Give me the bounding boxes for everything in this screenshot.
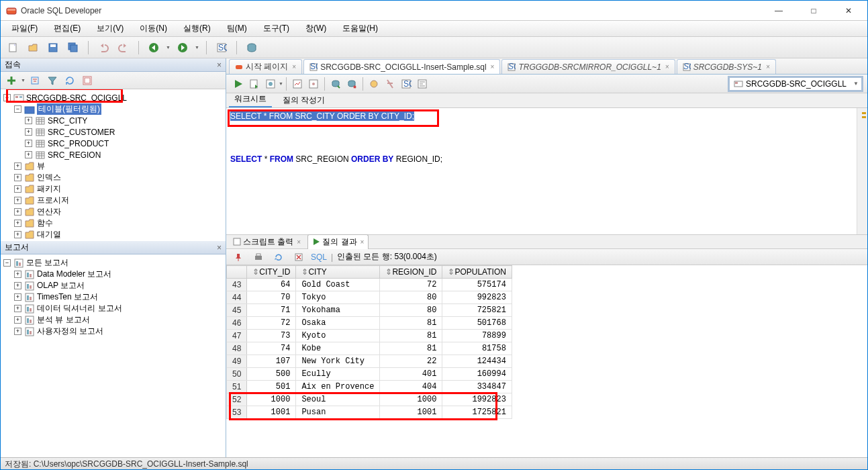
city-cell[interactable]: Aix en Provence: [296, 381, 380, 393]
close-icon[interactable]: ×: [665, 63, 669, 70]
close-icon[interactable]: ×: [766, 63, 770, 70]
result-tab-script[interactable]: 스크립트 출력 ×: [229, 235, 305, 249]
expand-icon[interactable]: −: [3, 259, 11, 267]
nav-fwd-icon[interactable]: [175, 40, 191, 56]
expand-icon[interactable]: +: [14, 197, 21, 204]
run-script-icon[interactable]: [246, 76, 262, 92]
editor-scrollbar[interactable]: [857, 108, 867, 234]
table-row[interactable]: 49107New York City22124434: [227, 355, 512, 368]
editor-tab[interactable]: SQLTRGGGDB-SRCMIRROR_OCIGGLL~1×: [501, 59, 675, 74]
editor-tab[interactable]: SQLSRCGGDB-SYS~1×: [677, 59, 776, 74]
regionid-cell[interactable]: 81: [380, 317, 442, 330]
menu-window[interactable]: 창(W): [299, 21, 333, 36]
menu-tools[interactable]: 도구(T): [256, 21, 296, 36]
nav-back-dropdown[interactable]: ▼: [166, 45, 171, 50]
cityid-cell[interactable]: 73: [247, 330, 296, 342]
table-row[interactable]: 4571Yokohama80725821: [227, 304, 512, 317]
results-grid[interactable]: ⇕CITY_ID ⇕CITY ⇕REGION_ID ⇕POPULATION 43…: [226, 265, 867, 457]
menu-team[interactable]: 팀(M): [220, 21, 254, 36]
regionid-cell[interactable]: 72: [380, 279, 442, 291]
table-row[interactable]: 4364Gold Coast72575174: [227, 279, 512, 291]
clear-icon[interactable]: [382, 76, 398, 92]
rownum-header[interactable]: [227, 266, 247, 279]
history-icon[interactable]: SQL: [398, 76, 414, 92]
menu-help[interactable]: 도움말(H): [336, 21, 385, 36]
report-item[interactable]: +OLAP 보고서: [2, 280, 224, 291]
print-icon[interactable]: [250, 249, 267, 265]
refresh-icon[interactable]: [62, 73, 78, 89]
expand-icon[interactable]: +: [14, 185, 21, 193]
close-icon[interactable]: ×: [292, 63, 296, 70]
new-icon[interactable]: [5, 40, 21, 56]
table-row[interactable]: 50500Ecully401160994: [227, 368, 512, 381]
col-city[interactable]: ⇕CITY: [296, 266, 380, 279]
nav-back-icon[interactable]: [146, 40, 162, 56]
population-cell[interactable]: 78899: [442, 330, 512, 342]
tree-folder[interactable]: +대기열 테이블: [2, 240, 224, 241]
tree-tables-folder[interactable]: − 테이블(필터링됨): [2, 103, 224, 115]
filter-icon[interactable]: [27, 73, 43, 89]
cityid-cell[interactable]: 501: [247, 381, 296, 393]
cityid-cell[interactable]: 71: [247, 304, 296, 317]
expand-icon[interactable]: [79, 73, 95, 89]
menu-run[interactable]: 실행(R): [177, 21, 218, 36]
report-item[interactable]: −모든 보고서: [2, 257, 224, 269]
col-city-id[interactable]: ⇕CITY_ID: [247, 266, 296, 279]
tree-folder[interactable]: +프로시저: [2, 195, 224, 206]
city-cell[interactable]: Ecully: [296, 368, 380, 381]
expand-icon[interactable]: +: [14, 231, 21, 238]
population-cell[interactable]: 992823: [442, 291, 512, 304]
city-cell[interactable]: Kyoto: [296, 330, 380, 342]
tree-folder[interactable]: +연산자: [2, 206, 224, 218]
expand-icon[interactable]: +: [14, 271, 21, 278]
table-row[interactable]: 531001Pusan10011725821: [227, 406, 512, 419]
table-row[interactable]: 4470Tokyo80992823: [227, 291, 512, 304]
cityid-cell[interactable]: 74: [247, 342, 296, 355]
regionid-cell[interactable]: 22: [380, 355, 442, 368]
population-cell[interactable]: 160994: [442, 368, 512, 381]
population-cell[interactable]: 124434: [442, 355, 512, 368]
cancel-icon[interactable]: [291, 249, 307, 265]
run-icon[interactable]: [230, 76, 246, 92]
tree-table-srccustomer[interactable]: +SRC_CUSTOMER: [2, 126, 224, 138]
tree-folder[interactable]: +대기열: [2, 229, 224, 240]
col-population[interactable]: ⇕POPULATION: [442, 266, 512, 279]
tree-folder[interactable]: +패키지: [2, 183, 224, 195]
panel-close-icon[interactable]: ×: [217, 60, 222, 70]
population-cell[interactable]: 725821: [442, 304, 512, 317]
regionid-cell[interactable]: 81: [380, 330, 442, 342]
autotrace-icon[interactable]: [289, 76, 305, 92]
report-item[interactable]: +분석 뷰 보고서: [2, 314, 224, 326]
city-cell[interactable]: Yokohama: [296, 304, 380, 317]
close-icon[interactable]: ×: [360, 238, 365, 246]
collapse-icon[interactable]: −: [3, 94, 11, 101]
regionid-cell[interactable]: 1001: [380, 406, 442, 419]
table-row[interactable]: 4874Kobe8181758: [227, 342, 512, 355]
report-item[interactable]: +TimesTen 보고서: [2, 291, 224, 303]
menu-navigate[interactable]: 이동(N): [133, 21, 174, 36]
expand-icon[interactable]: +: [14, 174, 21, 181]
menu-edit[interactable]: 편집(E): [47, 21, 87, 36]
tree-connection-root[interactable]: − SRCGGDB-SRC_OCIGGLL: [2, 92, 224, 103]
reports-tree[interactable]: −모든 보고서+Data Modeler 보고서+OLAP 보고서+TimesT…: [1, 254, 226, 457]
regionid-cell[interactable]: 81: [380, 342, 442, 355]
city-cell[interactable]: Gold Coast: [296, 279, 380, 291]
connection-selector[interactable]: SRCGGDB-SRC_OCIGGLL: [728, 76, 863, 92]
save-icon[interactable]: [45, 40, 61, 56]
tree-folder[interactable]: +뷰: [2, 160, 224, 172]
close-icon[interactable]: ×: [491, 63, 495, 70]
rollback-icon[interactable]: [344, 76, 360, 92]
cityid-cell[interactable]: 64: [247, 279, 296, 291]
city-cell[interactable]: Osaka: [296, 317, 380, 330]
table-row[interactable]: 521000Seoul10001992823: [227, 393, 512, 406]
population-cell[interactable]: 1725821: [442, 406, 512, 419]
city-cell[interactable]: Tokyo: [296, 291, 380, 304]
expand-icon[interactable]: +: [25, 128, 32, 136]
population-cell[interactable]: 575174: [442, 279, 512, 291]
dropdown-icon[interactable]: ▼: [279, 81, 283, 86]
tree-table-srccity[interactable]: +SRC_CITY: [2, 115, 224, 126]
undo-icon[interactable]: [95, 40, 111, 56]
expand-icon[interactable]: +: [14, 305, 21, 312]
city-cell[interactable]: New York City: [296, 355, 380, 368]
city-cell[interactable]: Pusan: [296, 406, 380, 419]
